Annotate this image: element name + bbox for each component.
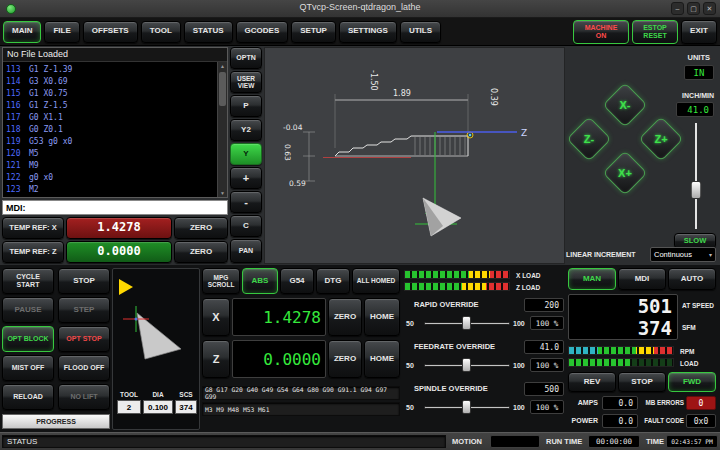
gcode-line-text: M9 (29, 160, 39, 172)
feed-slider-handle[interactable] (462, 358, 471, 372)
pause-button[interactable]: PAUSE (2, 297, 54, 323)
preview-canvas: 1.89 0.39 -1.50 -0.04 0.63 0.59 Z X (265, 48, 564, 263)
spindle-fwd-button[interactable]: FWD (668, 372, 716, 392)
dtg-button[interactable]: DTG (316, 268, 350, 294)
linear-increment-value: Continuous (654, 250, 692, 259)
view-user-view-button[interactable]: USER VIEW (230, 71, 262, 93)
estop-reset-button[interactable]: ESTOP RESET (632, 20, 678, 44)
x-home-button[interactable]: HOME (364, 298, 400, 336)
feed-pct-display: 100 % (530, 358, 564, 372)
jog-z-plus-button[interactable]: Z+ (638, 116, 683, 161)
program-stop-button[interactable]: STOP (58, 268, 110, 294)
tab-status[interactable]: STATUS (184, 21, 233, 43)
spindle-slider-handle[interactable] (462, 400, 471, 414)
g54-button[interactable]: G54 (280, 268, 314, 294)
linear-increment-select[interactable]: Continuous ▾ (650, 247, 716, 262)
zero-x-button[interactable]: ZERO (174, 217, 228, 239)
jog-rate-slider[interactable] (688, 123, 704, 229)
active-mcodes: M3 M9 M48 M53 M61 (202, 402, 400, 416)
reload-button[interactable]: RELOAD (2, 384, 54, 410)
mist-button[interactable]: MIST OFF (2, 355, 54, 381)
zoom-in-button[interactable]: + (230, 167, 262, 189)
view-c-button[interactable]: C (230, 215, 262, 237)
tab-main[interactable]: MAIN (3, 21, 41, 43)
exit-button[interactable]: EXIT (681, 20, 717, 44)
scroll-down-icon[interactable]: ▼ (218, 189, 227, 197)
z-home-button[interactable]: HOME (364, 340, 400, 378)
tab-tool[interactable]: TOOL (141, 21, 181, 43)
spindle-rev-button[interactable]: REV (568, 372, 616, 392)
opt-block-button[interactable]: OPT BLOCK (2, 326, 54, 352)
dim-width-label: 1.89 (393, 89, 411, 98)
jog-z-minus-button[interactable]: Z- (566, 116, 611, 161)
view-pan-button[interactable]: PAN (230, 239, 262, 263)
zoom-out-button[interactable]: - (230, 191, 262, 213)
z-axis-button[interactable]: Z (202, 340, 230, 378)
view-optn-button[interactable]: OPTN (230, 47, 262, 69)
z-load-bar (404, 282, 510, 291)
power-label: POWER (568, 417, 598, 424)
z-zero-button[interactable]: ZERO (328, 340, 362, 378)
gcode-scrollbar[interactable]: ▲ ▼ (217, 62, 227, 197)
mpg-scroll-button[interactable]: MPG SCROLL (202, 268, 240, 294)
mdi-mode-button[interactable]: MDI (618, 268, 666, 290)
gcode-listing[interactable]: 113 G1 Z-1.39 114 G3 X0.69 115 G1 X0.75 … (6, 64, 215, 196)
active-gcodes: G8 G17 G20 G40 G49 G54 G64 G80 G90 G91.1… (202, 386, 400, 400)
zero-z-button[interactable]: ZERO (174, 241, 228, 263)
minimize-icon[interactable]: – (671, 2, 684, 15)
temp-ref-z-button[interactable]: TEMP REF: Z (2, 241, 64, 263)
jog-rate-display: 41.0 (676, 102, 714, 117)
mdi-input[interactable]: MDI: (2, 200, 228, 215)
spindle-sfm-value: 374 (568, 317, 672, 339)
x-zero-button[interactable]: ZERO (328, 298, 362, 336)
scroll-up-icon[interactable]: ▲ (218, 62, 227, 70)
gcode-line-number: 116 (6, 100, 22, 112)
all-homed-button[interactable]: ALL HOMED (352, 268, 400, 294)
tab-setup[interactable]: SETUP (291, 21, 336, 43)
auto-mode-button[interactable]: AUTO (668, 268, 716, 290)
flood-button[interactable]: FLOOD OFF (58, 355, 110, 381)
x-dro-display: 1.4278 (232, 298, 326, 336)
view-p-button[interactable]: P (230, 95, 262, 117)
gcode-line-number: 114 (6, 76, 22, 88)
jog-rate-slider-handle[interactable] (691, 181, 702, 199)
abs-button[interactable]: ABS (242, 268, 278, 294)
man-mode-button[interactable]: MAN (568, 268, 616, 290)
tab-file[interactable]: FILE (44, 21, 79, 43)
feedrate-override-label: FEEDRATE OVERRIDE (414, 342, 495, 351)
cycle-start-button[interactable]: CYCLE START (2, 268, 54, 294)
rapid-override-slider[interactable] (424, 316, 510, 330)
stock-hatching (415, 137, 465, 155)
opt-stop-button[interactable]: OPT STOP (58, 326, 110, 352)
tab-settings[interactable]: SETTINGS (339, 21, 397, 43)
no-lift-button[interactable]: NO LIFT (58, 384, 110, 410)
tab-utils[interactable]: UTILS (400, 21, 441, 43)
view-y-button[interactable]: Y (230, 143, 262, 165)
step-button[interactable]: STEP (58, 297, 110, 323)
scrollbar-thumb[interactable] (219, 72, 226, 106)
amps-display: 0.0 (602, 396, 638, 410)
machine-on-button[interactable]: MACHINE ON (573, 20, 629, 44)
view-y2-button[interactable]: Y2 (230, 119, 262, 141)
maximize-icon[interactable]: ▢ (687, 2, 700, 15)
gcode-line-text: G1 Z-1.39 (29, 64, 72, 76)
feedrate-override-slider[interactable] (424, 358, 510, 372)
fault-code-display: 0x0 (686, 414, 716, 428)
spindle-override-slider[interactable] (424, 400, 510, 414)
tool-direction-icon (119, 279, 133, 295)
x-axis-button[interactable]: X (202, 298, 230, 336)
spindle-stop-button[interactable]: STOP (618, 372, 666, 392)
jog-x-minus-button[interactable]: X- (602, 82, 647, 127)
gremlin-preview[interactable]: 1.89 0.39 -1.50 -0.04 0.63 0.59 Z X (264, 47, 565, 264)
rapid-max-label: 100 (513, 320, 525, 327)
tab-gcodes[interactable]: GCODES (236, 21, 289, 43)
close-icon[interactable]: ✕ (703, 2, 716, 15)
rapid-slider-handle[interactable] (462, 316, 471, 330)
gcode-line-number: 113 (6, 64, 22, 76)
jog-x-plus-button[interactable]: X+ (602, 150, 647, 195)
gcode-line: 114 G3 X0.69 (6, 76, 215, 88)
overrides-panel: X LOAD Z LOAD RAPID OVERRIDE 200 50 100 … (404, 268, 566, 430)
tab-offsets[interactable]: OFFSETS (83, 21, 138, 43)
scs-header: SCS (175, 391, 197, 398)
temp-ref-x-button[interactable]: TEMP REF: X (2, 217, 64, 239)
